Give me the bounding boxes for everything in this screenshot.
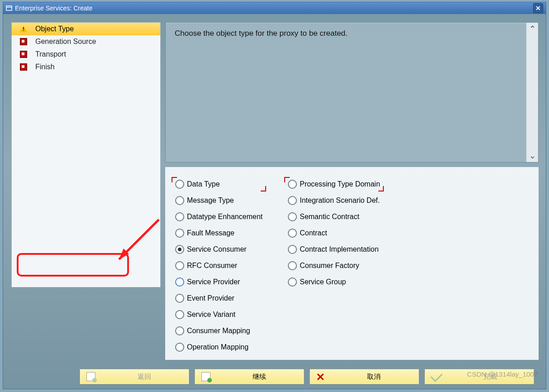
radio-icon [288,229,297,238]
radio-icon [175,212,184,221]
pending-icon [20,63,27,71]
cancel-icon [316,373,325,381]
radio-label: Datatype Enhancement [187,213,263,221]
dialog-body: Object Type Generation Source Transport … [3,14,546,389]
radio-icon [288,245,297,254]
radio-operation-mapping[interactable]: Operation Mapping [173,342,264,353]
radio-label: Integration Scenario Def. [300,196,380,205]
title-bar: Enterprise Services: Create ✕ [3,2,546,14]
options-column-1: Data TypeMessage TypeDatatype Enhancemen… [173,179,264,353]
radio-label: Service Group [300,278,346,286]
radio-service-group[interactable]: Service Group [286,277,382,287]
step-finish[interactable]: Finish [12,61,160,73]
radio-icon [175,229,184,238]
page-next-icon [201,372,210,381]
radio-consumer-mapping[interactable]: Consumer Mapping [173,325,264,336]
radio-label: Fault Message [187,229,234,237]
button-bar: 返回 继续 取消 完成 [6,369,543,384]
step-label: Object Type [35,25,74,33]
radio-label: Consumer Mapping [187,327,250,335]
button-label: 返回 [106,373,182,381]
page-back-icon [86,372,95,381]
radio-icon [175,343,184,352]
radio-label: Contract Implementation [300,245,378,253]
radio-icon [288,196,297,205]
radio-label: Service Variant [187,311,235,319]
radio-label: Semantic Contract [300,213,359,221]
svg-rect-0 [6,6,12,10]
radio-icon [175,310,184,319]
back-button[interactable]: 返回 [80,369,189,384]
radio-label: Operation Mapping [187,343,248,351]
next-button[interactable]: 继续 [195,369,304,384]
step-transport[interactable]: Transport [12,48,160,61]
radio-label: Service Consumer [187,245,247,253]
radio-message-type[interactable]: Message Type [173,195,264,206]
radio-service-provider[interactable]: Service Provider [173,277,264,287]
pending-icon [20,51,27,58]
radio-consumer-factory[interactable]: Consumer Factory [286,260,382,271]
finish-button[interactable]: 完成 [425,369,534,384]
step-label: Transport [35,50,66,58]
radio-label: Service Provider [187,278,240,286]
pending-icon [20,38,27,45]
finish-icon [430,370,443,382]
scroll-down-icon[interactable]: ⌄ [526,149,538,162]
radio-label: Message Type [187,196,234,205]
scrollbar[interactable]: ⌃ ⌄ [526,23,538,162]
scroll-up-icon[interactable]: ⌃ [526,23,538,35]
radio-icon [175,326,184,335]
radio-datatype-enhancement[interactable]: Datatype Enhancement [173,211,264,222]
radio-contract[interactable]: Contract [286,228,382,239]
radio-data-type[interactable]: Data Type [173,179,264,190]
radio-icon [175,261,184,270]
radio-fault-message[interactable]: Fault Message [173,228,264,239]
content-area: Object Type Generation Source Transport … [11,22,539,382]
radio-label: Event Provider [187,294,234,302]
radio-event-provider[interactable]: Event Provider [173,293,264,304]
cancel-button[interactable]: 取消 [310,369,419,384]
radio-contract-implementation[interactable]: Contract Implementation [286,244,382,255]
radio-icon [288,277,297,287]
instruction-box: Choose the object type for the proxy to … [165,22,539,163]
dialog-window: Enterprise Services: Create ✕ Object Typ… [3,2,546,389]
main-panel: Choose the object type for the proxy to … [165,22,539,382]
wizard-steps: Object Type Generation Source Transport … [11,22,161,287]
radio-service-consumer[interactable]: Service Consumer [173,244,264,255]
radio-label: RFC Consumer [187,262,237,270]
radio-rfc-consumer[interactable]: RFC Consumer [173,260,264,271]
radio-icon [175,277,184,287]
radio-integration-scenario-def-[interactable]: Integration Scenario Def. [286,195,382,206]
radio-icon [288,261,297,270]
radio-label: Data Type [187,180,220,188]
step-generation-source[interactable]: Generation Source [12,35,160,48]
step-label: Finish [35,63,55,71]
step-label: Generation Source [35,38,96,46]
radio-label: Consumer Factory [300,262,359,270]
radio-icon [175,294,184,303]
radio-icon [288,212,297,221]
button-label: 继续 [221,373,297,381]
radio-service-variant[interactable]: Service Variant [173,309,264,320]
radio-icon [175,180,184,189]
close-icon[interactable]: ✕ [533,3,543,13]
radio-icon [175,196,184,205]
options-column-2: Processing Type DomainIntegration Scenar… [286,179,382,353]
radio-icon [175,245,184,254]
object-type-options: Data TypeMessage TypeDatatype Enhancemen… [165,167,539,360]
radio-semantic-contract[interactable]: Semantic Contract [286,211,382,222]
radio-label: Processing Type Domain [300,180,380,188]
radio-icon [288,180,297,189]
button-label: 完成 [453,373,527,381]
step-object-type[interactable]: Object Type [12,23,160,35]
warning-icon [20,26,27,32]
window-icon [6,5,12,11]
button-label: 取消 [335,373,412,381]
radio-label: Contract [300,229,327,237]
window-title: Enterprise Services: Create [15,5,533,12]
radio-processing-type-domain[interactable]: Processing Type Domain [286,179,382,190]
instruction-text: Choose the object type for the proxy to … [175,29,348,38]
